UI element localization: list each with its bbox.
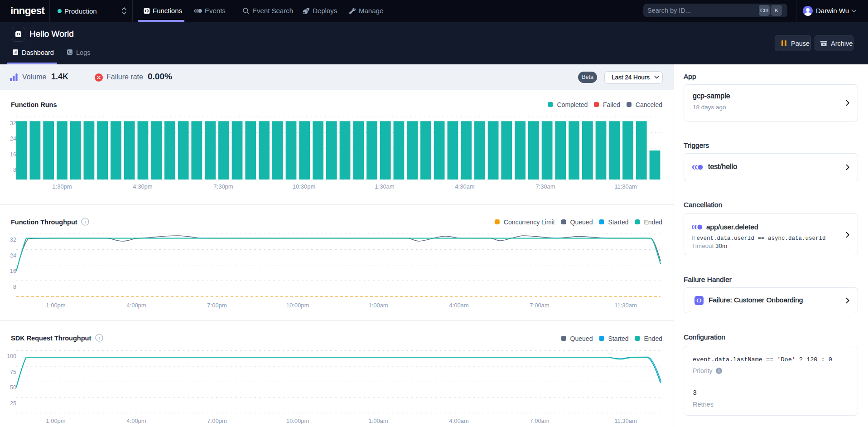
svg-text:4:00am: 4:00am	[449, 417, 468, 424]
svg-text:7:00pm: 7:00pm	[207, 417, 227, 424]
svg-text:100: 100	[7, 353, 16, 359]
svg-text:7:00am: 7:00am	[530, 302, 549, 309]
svg-text:Failed: Failed	[603, 101, 620, 108]
svg-text:7:00pm: 7:00pm	[207, 302, 227, 309]
svg-text:11:30am: 11:30am	[614, 183, 637, 190]
svg-text:75: 75	[10, 369, 16, 375]
svg-text:Completed: Completed	[557, 101, 588, 108]
svg-text:24: 24	[10, 136, 16, 142]
svg-text:Queued: Queued	[570, 335, 593, 342]
svg-text:10:00pm: 10:00pm	[286, 417, 309, 424]
svg-text:Started: Started	[608, 335, 628, 342]
svg-text:Canceled: Canceled	[636, 101, 662, 108]
svg-text:7:00am: 7:00am	[530, 417, 549, 424]
svg-text:16: 16	[10, 268, 16, 274]
svg-text:25: 25	[10, 400, 16, 407]
svg-text:10:00pm: 10:00pm	[286, 302, 309, 309]
svg-text:11:30am: 11:30am	[614, 302, 637, 309]
svg-text:Ended: Ended	[644, 218, 662, 226]
svg-text:8: 8	[13, 284, 16, 290]
svg-text:i: i	[719, 369, 720, 374]
svg-text:1:00am: 1:00am	[368, 302, 388, 309]
svg-text:Ended: Ended	[644, 335, 662, 342]
svg-text:7:30am: 7:30am	[535, 183, 555, 190]
svg-text:i: i	[99, 335, 100, 340]
svg-text:32: 32	[10, 120, 16, 126]
svg-text:4:00pm: 4:00pm	[126, 417, 146, 424]
svg-text:8: 8	[13, 167, 16, 173]
svg-text:11:30am: 11:30am	[614, 417, 637, 424]
svg-text:Function Throughput: Function Throughput	[11, 218, 77, 226]
svg-text:Started: Started	[608, 218, 628, 226]
svg-text:50: 50	[10, 384, 16, 391]
svg-text:Queued: Queued	[570, 218, 593, 226]
svg-text:Function Runs: Function Runs	[11, 101, 57, 108]
svg-text:1:00am: 1:00am	[368, 417, 388, 424]
svg-text:4:30pm: 4:30pm	[133, 183, 152, 190]
svg-text:4:00pm: 4:00pm	[126, 302, 146, 309]
svg-text:1:00pm: 1:00pm	[46, 417, 65, 424]
svg-text:i: i	[85, 219, 86, 224]
svg-text:4:00am: 4:00am	[449, 302, 468, 309]
svg-text:1:30pm: 1:30pm	[52, 183, 72, 190]
svg-text:4:30am: 4:30am	[455, 183, 474, 190]
svg-text:1:30am: 1:30am	[375, 183, 394, 190]
svg-text:SDK Request Throughput: SDK Request Throughput	[11, 335, 91, 342]
svg-text:24: 24	[10, 252, 16, 259]
svg-text:1:00pm: 1:00pm	[46, 302, 65, 309]
svg-text:7:30pm: 7:30pm	[213, 183, 233, 190]
svg-text:10:30pm: 10:30pm	[293, 183, 316, 190]
svg-text:Concurrency Limit: Concurrency Limit	[504, 218, 555, 226]
svg-text:16: 16	[10, 151, 16, 158]
svg-text:32: 32	[10, 237, 16, 243]
